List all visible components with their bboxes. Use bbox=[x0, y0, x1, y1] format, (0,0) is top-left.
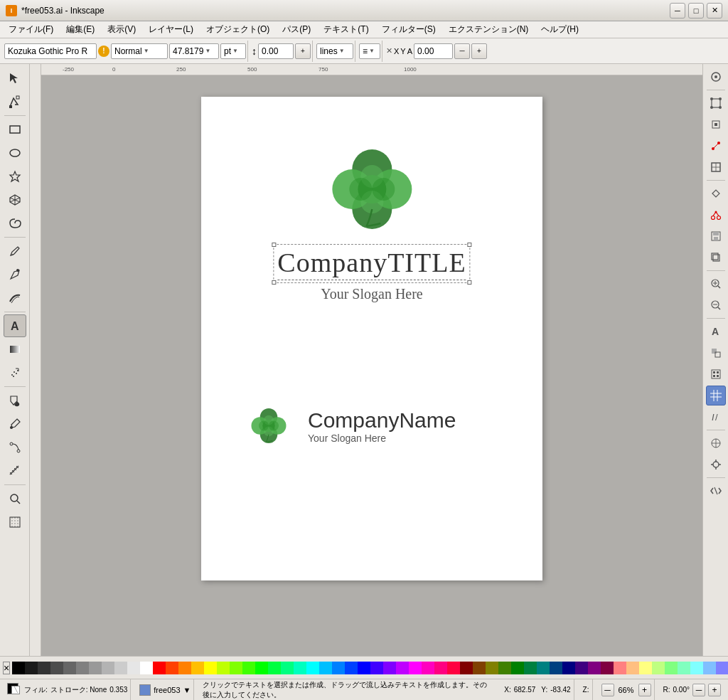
select-tool-btn[interactable] bbox=[4, 67, 26, 90]
title-bar-controls[interactable]: ─ □ ✕ bbox=[670, 3, 722, 18]
rect-tool-btn[interactable] bbox=[4, 118, 26, 141]
palette-color-swatch[interactable] bbox=[550, 662, 562, 674]
zoom-in-status[interactable]: + bbox=[638, 684, 651, 696]
zoom-tool-btn[interactable] bbox=[4, 487, 26, 510]
rt-tool-enable-snapping[interactable] bbox=[706, 67, 726, 87]
rt-transform[interactable] bbox=[706, 184, 726, 203]
palette-color-swatch[interactable] bbox=[434, 662, 447, 674]
coord-plus[interactable]: + bbox=[471, 43, 487, 59]
zoom-out-status[interactable]: ─ bbox=[601, 684, 614, 696]
palette-color-swatch[interactable] bbox=[76, 662, 89, 674]
menu-path[interactable]: パス(P) bbox=[277, 22, 316, 37]
palette-color-swatch[interactable] bbox=[422, 662, 434, 674]
menu-text[interactable]: テキスト(T) bbox=[318, 22, 374, 37]
paint-tool-btn[interactable] bbox=[4, 389, 26, 412]
rt-cut-tool[interactable] bbox=[706, 205, 726, 225]
palette-color-swatch[interactable] bbox=[306, 662, 319, 674]
pen-tool-btn[interactable] bbox=[4, 263, 26, 286]
rt-snap-to-page[interactable] bbox=[706, 157, 726, 177]
palette-color-swatch[interactable] bbox=[255, 662, 268, 674]
palette-color-swatch[interactable] bbox=[178, 662, 191, 674]
palette-color-swatch[interactable] bbox=[370, 662, 383, 674]
menu-filter[interactable]: フィルター(S) bbox=[376, 22, 441, 37]
handle-bl[interactable] bbox=[272, 280, 276, 285]
palette-color-swatch[interactable] bbox=[345, 662, 358, 674]
palette-color-swatch[interactable] bbox=[38, 662, 50, 674]
palette-color-swatch[interactable] bbox=[89, 662, 102, 674]
palette-color-swatch[interactable] bbox=[511, 662, 524, 674]
font-name-input[interactable] bbox=[4, 43, 97, 59]
font-style-dropdown[interactable]: Normal ▼ bbox=[111, 43, 168, 59]
rt-text-icon[interactable]: A bbox=[706, 322, 726, 341]
dropper-tool-btn[interactable] bbox=[4, 413, 26, 435]
pencil-tool-btn[interactable] bbox=[4, 240, 26, 262]
palette-color-swatch[interactable] bbox=[690, 662, 703, 674]
rt-snap-bbox[interactable] bbox=[706, 93, 726, 113]
palette-color-swatch[interactable] bbox=[639, 662, 652, 674]
palette-color-swatch[interactable] bbox=[153, 662, 166, 674]
palette-color-swatch[interactable] bbox=[486, 662, 498, 674]
company-title-container[interactable]: CompanyTITLE bbox=[277, 247, 466, 280]
palette-color-swatch[interactable] bbox=[678, 662, 690, 674]
line-mode-dropdown[interactable]: lines ▼ bbox=[316, 43, 353, 59]
handle-tr[interactable] bbox=[468, 243, 472, 247]
rt-clone[interactable] bbox=[706, 343, 726, 363]
pan-tool-btn[interactable] bbox=[4, 511, 26, 534]
line-spacing-plus[interactable]: + bbox=[295, 43, 311, 59]
palette-color-swatch[interactable] bbox=[601, 662, 614, 674]
unit-dropdown[interactable]: pt ▼ bbox=[220, 43, 246, 59]
rt-snap-main[interactable] bbox=[706, 433, 726, 453]
palette-color-swatch[interactable] bbox=[665, 662, 678, 674]
menu-layer[interactable]: レイヤー(L) bbox=[143, 22, 199, 37]
rt-snap-nodes[interactable] bbox=[706, 115, 726, 134]
connector-tool-btn[interactable] bbox=[4, 436, 26, 459]
gradient-tool-btn[interactable] bbox=[4, 338, 26, 361]
palette-color-swatch[interactable] bbox=[217, 662, 230, 674]
no-color-swatch[interactable]: × bbox=[3, 662, 10, 674]
rt-preferences[interactable] bbox=[706, 455, 726, 474]
palette-color-swatch[interactable] bbox=[281, 662, 294, 674]
palette-color-swatch[interactable] bbox=[383, 662, 396, 674]
stroke-color-box[interactable]: ╲ bbox=[11, 686, 20, 694]
calligraphy-tool-btn[interactable] bbox=[4, 287, 26, 309]
palette-color-swatch[interactable] bbox=[12, 662, 25, 674]
spiral-tool-btn[interactable] bbox=[4, 212, 26, 235]
canvas-area[interactable]: -250 0 250 500 750 1000 bbox=[30, 64, 702, 656]
rt-symbol[interactable] bbox=[706, 364, 726, 384]
3d-box-tool-btn[interactable] bbox=[4, 189, 26, 211]
palette-color-swatch[interactable] bbox=[562, 662, 575, 674]
file-dropdown-arrow[interactable]: ▼ bbox=[183, 686, 191, 694]
star-tool-btn[interactable] bbox=[4, 165, 26, 188]
palette-color-swatch[interactable] bbox=[588, 662, 601, 674]
close-button[interactable]: ✕ bbox=[707, 3, 722, 18]
rt-duplicate[interactable] bbox=[706, 248, 726, 267]
align-dropdown[interactable]: ≡ ▼ bbox=[359, 43, 380, 59]
palette-color-swatch[interactable] bbox=[716, 662, 728, 674]
palette-color-swatch[interactable] bbox=[63, 662, 76, 674]
x-coord-input[interactable] bbox=[414, 43, 453, 59]
palette-color-swatch[interactable] bbox=[294, 662, 306, 674]
palette-color-swatch[interactable] bbox=[498, 662, 511, 674]
coord-minus[interactable]: ─ bbox=[454, 43, 470, 59]
rt-zoom-in[interactable] bbox=[706, 274, 726, 294]
palette-color-swatch[interactable] bbox=[524, 662, 537, 674]
file-indicator[interactable] bbox=[139, 684, 151, 696]
company-title-text[interactable]: CompanyTITLE bbox=[277, 247, 466, 280]
palette-color-swatch[interactable] bbox=[140, 662, 153, 674]
palette-color-swatch[interactable] bbox=[127, 662, 140, 674]
palette-color-swatch[interactable] bbox=[166, 662, 178, 674]
maximize-button[interactable]: □ bbox=[688, 3, 704, 18]
menu-help[interactable]: ヘルプ(H) bbox=[535, 22, 584, 37]
palette-color-swatch[interactable] bbox=[230, 662, 242, 674]
palette-color-swatch[interactable] bbox=[268, 662, 281, 674]
menu-file[interactable]: ファイル(F) bbox=[3, 22, 59, 37]
palette-color-swatch[interactable] bbox=[358, 662, 370, 674]
menu-view[interactable]: 表示(V) bbox=[102, 22, 141, 37]
rt-guides-btn[interactable]: I/ bbox=[706, 407, 726, 427]
palette-color-swatch[interactable] bbox=[447, 662, 460, 674]
palette-color-swatch[interactable] bbox=[50, 662, 63, 674]
palette-color-swatch[interactable] bbox=[396, 662, 409, 674]
line-spacing-input[interactable] bbox=[258, 43, 294, 59]
rotation-minus[interactable]: ─ bbox=[692, 684, 705, 696]
node-tool-btn[interactable] bbox=[4, 90, 26, 113]
